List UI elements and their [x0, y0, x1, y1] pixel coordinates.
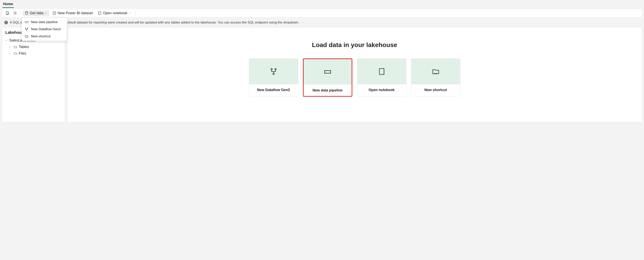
chevron-down-icon [8, 52, 11, 55]
get-data-button[interactable]: Get data [23, 10, 49, 16]
card-label: New data pipeline [304, 85, 352, 96]
card-open-notebook[interactable]: Open notebook [357, 58, 406, 97]
dataflow-icon [25, 27, 28, 31]
refresh-button[interactable] [4, 10, 11, 16]
ribbon: Get data New Power BI dataset Open noteb… [2, 9, 642, 17]
card-illustration [249, 59, 298, 84]
svg-point-1 [26, 12, 28, 13]
tree-node-label: Files [19, 51, 26, 56]
chevron-down-icon [44, 12, 47, 15]
svg-point-13 [275, 69, 276, 70]
folder-icon [14, 52, 17, 55]
card-illustration [304, 59, 352, 85]
info-banner: i A SQL e efault dataset for reporting w… [3, 19, 641, 26]
dataset-grid-icon [52, 11, 56, 15]
open-notebook-button[interactable]: Open notebook [96, 10, 133, 16]
notebook-icon [378, 68, 386, 75]
new-dataset-label: New Power BI dataset [58, 11, 93, 15]
chevron-down-icon [128, 12, 131, 15]
menu-item-label: New data pipeline [31, 20, 58, 24]
menu-item-label: New shortcut [31, 34, 50, 38]
svg-rect-8 [25, 22, 28, 23]
svg-rect-16 [379, 69, 384, 74]
svg-rect-7 [98, 12, 101, 14]
nav-tabs: Home [0, 0, 644, 8]
notebook-icon [98, 11, 102, 15]
card-new-dataflow-gen2[interactable]: New Dataflow Gen2 [249, 58, 298, 97]
file-refresh-icon [5, 11, 10, 15]
get-data-label: Get data [30, 11, 44, 15]
tree-node-files[interactable]: Files [7, 50, 64, 57]
card-illustration [411, 59, 460, 84]
shortcut-folder-icon [432, 68, 440, 75]
open-notebook-label: Open notebook [103, 11, 127, 15]
info-text-suffix: efault dataset for reporting were create… [68, 21, 299, 25]
info-icon: i [4, 21, 8, 24]
settings-button[interactable] [12, 10, 18, 16]
lakehouse-explorer: Lakehouse SalesLakehouse Tables Files [2, 27, 65, 122]
folder-icon [14, 45, 17, 49]
svg-point-12 [271, 69, 272, 70]
svg-point-14 [273, 73, 274, 74]
pipeline-icon [25, 20, 28, 24]
separator [135, 10, 135, 16]
card-illustration [357, 59, 406, 84]
info-text-prefix: A SQL e [10, 21, 22, 25]
svg-point-11 [26, 30, 27, 30]
gear-icon [13, 11, 17, 15]
chevron-down-icon [5, 39, 8, 42]
card-new-shortcut[interactable]: New shortcut [411, 58, 460, 97]
shortcut-folder-icon [25, 34, 28, 38]
menu-new-data-pipeline[interactable]: New data pipeline [22, 19, 67, 26]
svg-point-0 [14, 13, 16, 14]
new-dataset-button[interactable]: New Power BI dataset [50, 10, 95, 16]
database-icon [25, 11, 28, 15]
tree-node-tables[interactable]: Tables [7, 44, 64, 50]
tab-home[interactable]: Home [2, 1, 14, 8]
svg-point-9 [25, 28, 26, 29]
card-label: Open notebook [357, 84, 406, 96]
chevron-down-icon [8, 46, 11, 48]
page-title: Load data in your lakehouse [73, 41, 636, 49]
separator [20, 10, 21, 16]
dataflow-icon [270, 68, 278, 75]
tree-node-label: Tables [19, 45, 29, 49]
menu-item-label: New Dataflow Gen2 [31, 27, 61, 31]
get-data-menu: New data pipeline New Dataflow Gen2 New … [22, 18, 67, 41]
svg-point-10 [27, 28, 28, 29]
main-content: Load data in your lakehouse New Dataflow… [67, 27, 642, 122]
menu-new-dataflow-gen2[interactable]: New Dataflow Gen2 [22, 26, 67, 33]
menu-new-shortcut[interactable]: New shortcut [22, 33, 67, 40]
svg-rect-15 [325, 71, 330, 73]
svg-rect-2 [53, 12, 56, 14]
card-new-data-pipeline[interactable]: New data pipeline [303, 58, 352, 97]
pipeline-icon [324, 68, 332, 76]
card-label: New Dataflow Gen2 [249, 84, 298, 96]
card-label: New shortcut [411, 84, 460, 96]
cards-row: New Dataflow Gen2 New data pipeline [73, 58, 636, 97]
